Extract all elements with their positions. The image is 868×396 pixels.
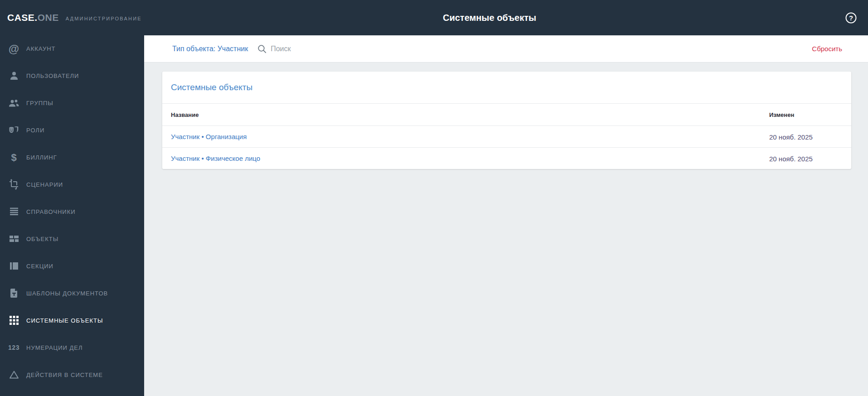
columns-icon: [8, 260, 20, 272]
sidebar-item-sections[interactable]: СЕКЦИИ: [0, 252, 144, 280]
at-sign-icon: @: [8, 43, 20, 55]
object-link[interactable]: Участник • Физическое лицо: [162, 155, 260, 162]
dashboard-grid-icon: [8, 233, 20, 245]
search-box: [257, 44, 812, 54]
grid-3x3-icon: [8, 314, 20, 327]
table-row: Участник • Организация 20 нояб. 2025: [162, 126, 851, 147]
sidebar-item-system-actions[interactable]: ДЕЙСТВИЯ В СИСТЕМЕ: [0, 361, 144, 388]
column-header-modified: Изменен: [769, 111, 794, 118]
column-header-name: Название: [162, 111, 199, 118]
reset-filters-button[interactable]: Сбросить: [812, 45, 842, 53]
document-template-icon: [8, 287, 20, 299]
sidebar-item-users[interactable]: ПОЛЬЗОВАТЕЛИ: [0, 62, 144, 89]
table-row: Участник • Физическое лицо 20 нояб. 2025: [162, 147, 851, 169]
sidebar-item-directories[interactable]: СПРАВОЧНИКИ: [0, 198, 144, 225]
sidebar-item-scenarios[interactable]: СЦЕНАРИИ: [0, 171, 144, 198]
search-input[interactable]: [271, 45, 407, 53]
system-objects-card: Системные объекты Название Изменен Участ…: [162, 72, 851, 169]
modified-date: 20 нояб. 2025: [769, 133, 813, 140]
dollar-icon: $: [8, 151, 20, 164]
people-icon: [8, 97, 20, 109]
app-logo[interactable]: CASE.ONE АДМИНИСТРИРОВАНИЕ: [7, 0, 142, 35]
person-icon: [8, 70, 20, 82]
logo-caption: АДМИНИСТРИРОВАНИЕ: [66, 16, 142, 21]
table-header: Название Изменен: [162, 103, 851, 126]
sidebar-item-case-numbering[interactable]: 123 НУМЕРАЦИИ ДЕЛ: [0, 334, 144, 361]
filter-bar: Тип объекта: Участник Сбросить: [144, 35, 868, 63]
sidebar-item-billing[interactable]: $ БИЛЛИНГ: [0, 144, 144, 171]
sidebar-nav: @ АККАУНТ ПОЛЬЗОВАТЕЛИ ГРУППЫ: [0, 35, 144, 388]
svg-text:?: ?: [849, 14, 853, 22]
search-icon: [257, 44, 267, 54]
theater-masks-icon: [8, 124, 20, 136]
crop-rotate-icon: [8, 179, 20, 191]
sidebar-item-document-templates[interactable]: ШАБЛОНЫ ДОКУМЕНТОВ: [0, 280, 144, 307]
logo-primary: CASE.: [7, 12, 38, 23]
sidebar-item-objects[interactable]: ОБЪЕКТЫ: [0, 225, 144, 252]
logo-secondary: ONE: [38, 12, 59, 23]
object-type-filter[interactable]: Тип объекта: Участник: [172, 45, 248, 53]
card-title-row: Системные объекты: [162, 72, 851, 103]
sidebar: CASE.ONE АДМИНИСТРИРОВАНИЕ @ АККАУНТ ПОЛ…: [0, 0, 144, 396]
card-title: Системные объекты: [171, 82, 252, 92]
reorder-lines-icon: [8, 206, 20, 218]
help-button[interactable]: ?: [845, 12, 857, 24]
content-area: Системные объекты Название Изменен Участ…: [144, 63, 868, 396]
sidebar-item-groups[interactable]: ГРУППЫ: [0, 89, 144, 116]
object-link[interactable]: Участник • Организация: [162, 133, 247, 140]
modified-date: 20 нояб. 2025: [769, 155, 813, 162]
sidebar-item-account[interactable]: @ АККАУНТ: [0, 35, 144, 62]
sidebar-item-roles[interactable]: РОЛИ: [0, 116, 144, 144]
triangle-icon: [8, 369, 20, 381]
page-title: Системные объекты: [443, 13, 536, 23]
sidebar-item-system-objects[interactable]: СИСТЕМНЫЕ ОБЪЕКТЫ: [0, 307, 144, 334]
help-icon: ?: [845, 18, 857, 25]
numbers-123-icon: 123: [8, 342, 20, 354]
